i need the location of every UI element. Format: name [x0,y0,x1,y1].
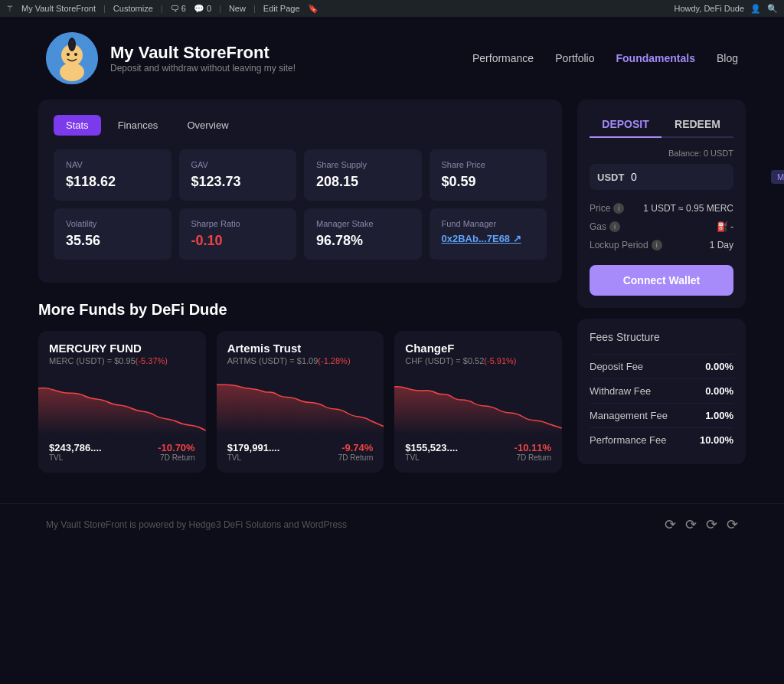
nav-blog[interactable]: Blog [717,52,738,64]
admin-customize[interactable]: Customize [113,4,153,13]
fund-card-artemis[interactable]: Artemis Trust ARTMS (USDT) = $1.09(-1.28… [217,331,384,473]
stat-manager-stake-value: 96.78% [316,233,410,249]
stat-gav-value: $123.73 [191,174,285,190]
price-row: Price i 1 USDT ≈ 0.95 MERC [590,199,733,218]
tab-finances[interactable]: Finances [106,115,171,136]
stat-sharpe-value: -0.10 [191,233,285,249]
stat-fund-manager: Fund Manager 0x2BAb...7E68 ↗ [430,208,547,260]
fund-mercury-price: MERC (USDT) = $0.95(-5.37%) [49,356,195,365]
fee-deposit-label: Deposit Fee [590,361,643,372]
stat-share-price-value: $0.59 [442,174,535,190]
fund-card-changef[interactable]: ChangeF CHF (USDT) = $0.52(-5.91%) [394,331,562,473]
fees-card: Fees Structure Deposit Fee 0.00% Withdra… [577,319,746,464]
nav-portfolio[interactable]: Portfolio [555,52,594,64]
stat-nav: NAV $118.62 [54,149,172,201]
stat-sharpe: Sharpe Ratio -0.10 [179,208,297,260]
fund-mercury-footer: $243,786.... TVL -10.70% 7D Return [49,442,195,462]
nav-foundamentals[interactable]: Foundamentals [616,52,695,64]
deposit-amount-input[interactable] [631,171,765,183]
stats-grid-bottom: Volatility 35.56 Sharpe Ratio -0.10 Mana… [54,208,547,260]
svg-point-5 [67,53,70,56]
fee-performance-label: Performance Fee [590,434,666,446]
input-currency-label: USDT [597,172,625,183]
fee-withdraw-value: 0.00% [705,385,733,397]
deposit-input-row: USDT Max [590,164,733,190]
fee-deposit-value: 0.00% [705,361,733,372]
page-wrapper: My Vault StoreFront Deposit and withdraw… [0,17,784,545]
site-logo-area: My Vault StoreFront Deposit and withdraw… [46,32,296,84]
stat-nav-label: NAV [66,160,159,169]
funds-grid: MERCURY FUND MERC (USDT) = $0.95(-5.37%) [38,331,562,473]
site-nav: Performance Portfolio Foundamentals Blog [472,52,738,64]
stat-volatility-label: Volatility [66,219,159,228]
fees-title: Fees Structure [590,331,733,343]
stats-grid-top: NAV $118.62 GAV $123.73 Share Supply 208… [54,149,547,201]
price-label: Price i [590,203,624,214]
fund-mercury-chart [38,373,206,434]
svg-rect-4 [70,40,74,49]
main-layout: Stats Finances Overview NAV $118.62 GAV … [0,92,784,488]
fund-changef-price: CHF (USDT) = $0.52(-5.91%) [405,356,551,365]
stat-sharpe-label: Sharpe Ratio [191,219,285,228]
deposit-redeem-card: DEPOSIT REDEEM Balance: 0 USDT USDT Max … [577,100,746,308]
fund-changef-footer: $155,523.... TVL -10.11% 7D Return [405,442,551,462]
connect-wallet-button[interactable]: Connect Wallet [590,265,733,296]
site-title: My Vault StoreFront [110,43,296,63]
stats-card: Stats Finances Overview NAV $118.62 GAV … [38,100,562,283]
stat-gav: GAV $123.73 [179,149,297,201]
site-avatar [46,32,98,84]
footer-icon-4[interactable]: ⟳ [727,516,738,533]
admin-edit-page[interactable]: Edit Page [263,4,300,13]
fund-artemis-tvl: $179,991.... [227,442,280,453]
fund-artemis-return: -9.74% [338,442,374,453]
site-title-area: My Vault StoreFront Deposit and withdraw… [110,43,296,74]
footer-text: My Vault StoreFront is powered by Hedge3… [46,519,347,530]
footer-icons: ⟳ ⟳ ⟳ ⟳ [665,516,738,533]
admin-howdy: Howdy, DeFi Dude [675,4,745,13]
fund-changef-chart [394,373,562,434]
gas-info-icon[interactable]: i [609,221,620,232]
deposit-tab[interactable]: DEPOSIT [590,112,662,138]
lockup-value: 1 Day [710,240,733,250]
footer-icon-3[interactable]: ⟳ [706,516,717,533]
more-funds-title: More Funds by DeFi Dude [38,301,562,319]
tab-overview[interactable]: Overview [175,115,240,136]
site-subtitle: Deposit and withdraw without leaving my … [110,63,296,74]
fund-card-mercury[interactable]: MERCURY FUND MERC (USDT) = $0.95(-5.37%) [38,331,206,473]
fee-withdraw-row: Withdraw Fee 0.00% [590,378,733,403]
footer-icon-2[interactable]: ⟳ [685,516,697,533]
admin-search-icon[interactable]: 🔍 [767,4,778,14]
max-button[interactable]: Max [771,170,784,184]
fee-management-label: Management Fee [590,410,668,421]
stat-fund-manager-value[interactable]: 0x2BAb...7E68 ↗ [442,233,535,244]
fund-mercury-return: -10.70% [158,442,194,453]
admin-new[interactable]: New [229,4,246,13]
fee-management-value: 1.00% [705,410,733,421]
price-info-icon[interactable]: i [613,203,624,214]
admin-comments[interactable]: 🗨 6 [171,4,186,13]
lockup-row: Lockup Period i 1 Day [590,236,733,254]
svg-point-6 [74,53,77,56]
gas-label: Gas i [590,221,620,232]
fund-mercury-tvl: $243,786.... [49,442,102,453]
stat-share-price-label: Share Price [442,160,535,169]
stat-nav-value: $118.62 [66,174,159,190]
admin-site-name[interactable]: My Vault StoreFront [21,4,96,13]
lockup-info-icon[interactable]: i [652,240,662,250]
gas-value: ⛽ - [717,221,733,232]
site-footer: My Vault StoreFront is powered by Hedge3… [0,503,784,545]
balance-display: Balance: 0 USDT [590,149,733,158]
nav-performance[interactable]: Performance [472,52,534,64]
fee-performance-row: Performance Fee 10.00% [590,427,733,452]
tab-stats[interactable]: Stats [54,115,101,136]
admin-comment-count[interactable]: 💬 0 [194,4,211,14]
admin-bar: ⚚ My Vault StoreFront | Customize | 🗨 6 … [0,0,784,17]
admin-bookmark-icon: 🔖 [308,4,318,14]
fee-management-row: Management Fee 1.00% [590,403,733,427]
fee-deposit-row: Deposit Fee 0.00% [590,354,733,378]
fund-artemis-name: Artemis Trust [227,342,374,355]
fund-changef-return: -10.11% [514,442,551,453]
redeem-tab[interactable]: REDEEM [662,112,733,138]
footer-icon-1[interactable]: ⟳ [665,516,676,533]
price-value: 1 USDT ≈ 0.95 MERC [643,203,733,214]
